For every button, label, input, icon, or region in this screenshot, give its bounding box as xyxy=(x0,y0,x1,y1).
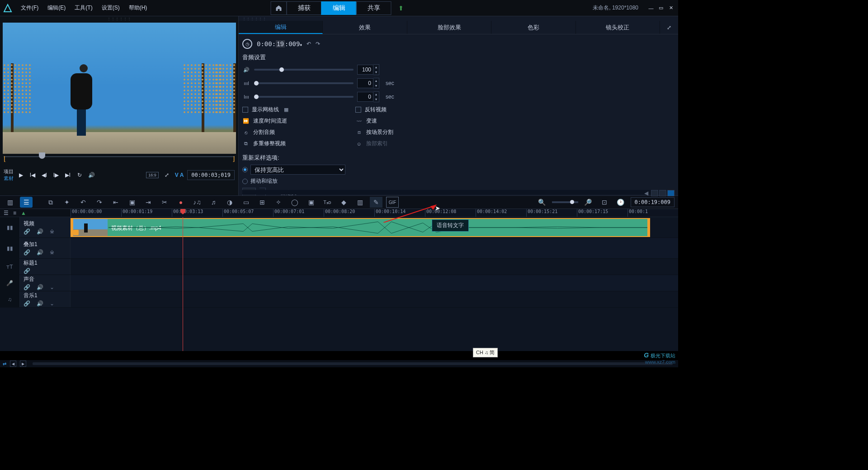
menu-file[interactable]: 文件(F) xyxy=(17,2,42,14)
rotate-ccw-icon[interactable]: ↶ xyxy=(307,41,311,47)
panzoom-radio[interactable]: 摇动和缩放 xyxy=(242,177,675,185)
mode-edit[interactable]: 编辑 xyxy=(321,1,357,15)
track-mute-icon[interactable]: 🔊 xyxy=(37,284,43,290)
close-button[interactable]: ✕ xyxy=(666,4,675,12)
zoom-out-icon[interactable]: 🔍 xyxy=(536,197,548,208)
mode-home[interactable] xyxy=(271,1,287,15)
track-expand-icon[interactable]: ⌄ xyxy=(50,300,54,307)
split-clip-icon[interactable]: ✂ xyxy=(158,197,171,208)
copy-icon[interactable]: ⧉ xyxy=(44,197,57,208)
mode-capture[interactable]: 捕获 xyxy=(287,1,322,15)
track-title-head-icon[interactable]: ᴛT xyxy=(0,259,20,275)
ime-indicator[interactable]: CH ♫ 简 xyxy=(473,348,498,357)
track-expand-icon[interactable]: ⌄ xyxy=(50,284,54,290)
scrub-marker[interactable] xyxy=(39,152,45,159)
track-add-icon[interactable]: ▲ xyxy=(21,210,26,216)
fadeout-input[interactable] xyxy=(357,92,373,102)
goto-start-button[interactable]: I◀ xyxy=(28,171,37,180)
tab-lens-correction[interactable]: 镜头校正 xyxy=(576,21,660,34)
reverse-video-checkbox[interactable]: 反转视频 xyxy=(355,106,468,114)
track-body[interactable] xyxy=(71,259,678,275)
timeline-view-icon[interactable]: ☰ xyxy=(20,197,33,208)
volume-input[interactable] xyxy=(357,65,373,75)
fadeout-slider[interactable] xyxy=(254,96,354,98)
mode-share[interactable]: 共享 xyxy=(356,1,392,15)
undo-icon[interactable]: ↶ xyxy=(77,197,90,208)
fit-project-icon[interactable]: ⊡ xyxy=(598,197,611,208)
auto-music-icon[interactable]: ♬ xyxy=(207,197,220,208)
goto-end-button[interactable]: ▶I xyxy=(63,171,72,180)
screen-rec-icon[interactable]: ▥ xyxy=(354,197,366,208)
volume-icon[interactable]: 🔊 xyxy=(87,171,96,180)
show-grid-checkbox[interactable]: 显示网格线▦ xyxy=(242,106,355,114)
track-overlay-head-icon[interactable]: ▮▮ xyxy=(0,238,20,258)
scroll-left[interactable]: ◀ xyxy=(10,361,16,367)
tab-effects[interactable]: 效果 xyxy=(323,21,407,34)
chapter-point-icon[interactable]: ⊞ xyxy=(256,197,269,208)
track-body[interactable] xyxy=(71,275,678,291)
redo-icon[interactable]: ↷ xyxy=(93,197,106,208)
minimize-button[interactable]: — xyxy=(646,4,656,12)
track-fx-icon[interactable]: ※ xyxy=(50,249,54,256)
view-mode-3[interactable] xyxy=(667,190,675,196)
track-video-head-icon[interactable]: ▮▮ xyxy=(0,217,20,237)
next-frame-button[interactable]: I▶ xyxy=(52,171,61,180)
menu-tools[interactable]: 工具(T) xyxy=(71,2,96,14)
scene-split-button[interactable]: ⧈按场景分割 xyxy=(355,128,468,136)
timeline-h-scrollbar[interactable]: ⇄ ◀ ▶ xyxy=(0,360,678,367)
painting-icon[interactable]: ◆ xyxy=(337,197,350,208)
fadein-slider[interactable] xyxy=(254,82,354,84)
track-body[interactable] xyxy=(71,238,678,258)
keep-aspect-select[interactable]: 保持宽高比 xyxy=(250,165,345,175)
track-body[interactable] xyxy=(71,291,678,307)
trim-out-icon[interactable]: ⇥ xyxy=(142,197,155,208)
spin-up[interactable]: ▲ xyxy=(373,65,379,70)
drag-handle[interactable]: ⋮⋮⋮⋮⋮⋮ xyxy=(239,16,678,21)
proj-duration-icon[interactable]: 🕑 xyxy=(614,197,627,208)
fadein-input[interactable] xyxy=(357,78,373,88)
mixer-icon[interactable]: ♪♫ xyxy=(191,197,203,208)
trim-in-icon[interactable]: ⇤ xyxy=(109,197,122,208)
variable-speed-button[interactable]: 〰变速 xyxy=(355,117,468,125)
prev-frame-button[interactable]: ◀I xyxy=(40,171,49,180)
menu-edit[interactable]: 编辑(E) xyxy=(44,2,69,14)
gif-icon[interactable]: GIF xyxy=(386,197,399,208)
track-collapse-icon[interactable]: ≡ xyxy=(13,210,16,216)
timeline-ruler[interactable]: ☰ ≡ ▲ 00:00:00:0000:00:01:1900:00:03:130… xyxy=(0,209,678,217)
track-link-icon[interactable]: 🔗 xyxy=(24,228,30,235)
video-clip[interactable]: 视频素材（总）.mp4 xyxy=(71,218,650,237)
storyboard-view-icon[interactable]: ▥ xyxy=(4,197,16,208)
loop-button[interactable]: ↻ xyxy=(75,171,84,180)
mode-project-label[interactable]: 项目 xyxy=(4,168,14,175)
zoom-in-icon[interactable]: 🔎 xyxy=(582,197,594,208)
playhead[interactable] xyxy=(183,217,183,351)
tab-face-effects[interactable]: 脸部效果 xyxy=(407,21,491,34)
track-mute-icon[interactable]: 🔊 xyxy=(37,228,43,235)
spin-up[interactable]: ▲ xyxy=(373,78,379,83)
tab-color[interactable]: 色彩 xyxy=(491,21,576,34)
expand-tabs-icon[interactable]: ⤢ xyxy=(660,21,678,34)
timeline-timecode[interactable]: 0:00:19:009 xyxy=(631,197,675,207)
mode-clip-label[interactable]: 素材 xyxy=(4,175,14,182)
speed-time-button[interactable]: ⏩速度/时间流逝 xyxy=(242,117,355,125)
volume-slider[interactable] xyxy=(254,69,354,71)
scrub-bar[interactable]: ⌊ ⌋ [ ] ✀ ⧉ xyxy=(4,157,235,166)
aspect-ratio[interactable]: 16:9 xyxy=(146,172,159,178)
zoom-slider[interactable] xyxy=(552,201,578,203)
resize-icon[interactable]: ⤢ xyxy=(162,171,171,180)
speech-to-text-icon[interactable]: ✎ xyxy=(370,197,382,208)
track-mute-icon[interactable]: 🔊 xyxy=(37,249,43,256)
track-voice-head-icon[interactable]: 🎤 xyxy=(0,275,20,291)
track-menu-icon[interactable]: ☰ xyxy=(4,210,9,216)
tab-edit[interactable]: 编辑 xyxy=(239,21,323,34)
track-link-icon[interactable]: 🔗 xyxy=(24,268,30,274)
track-mute-icon[interactable]: 🔊 xyxy=(37,300,43,307)
track-fx-icon[interactable]: ※ xyxy=(50,228,54,235)
spin-down[interactable]: ▼ xyxy=(373,97,379,102)
keep-aspect-radio[interactable]: 保持宽高比 xyxy=(242,165,675,175)
scroll-sync-icon[interactable]: ⇄ xyxy=(3,361,6,366)
crop-icon[interactable]: ▣ xyxy=(126,197,138,208)
multi-trim-button[interactable]: ⧉多重修整视频 xyxy=(242,140,355,147)
track-empty-area[interactable] xyxy=(0,308,678,351)
view-mode-2[interactable] xyxy=(659,190,666,196)
